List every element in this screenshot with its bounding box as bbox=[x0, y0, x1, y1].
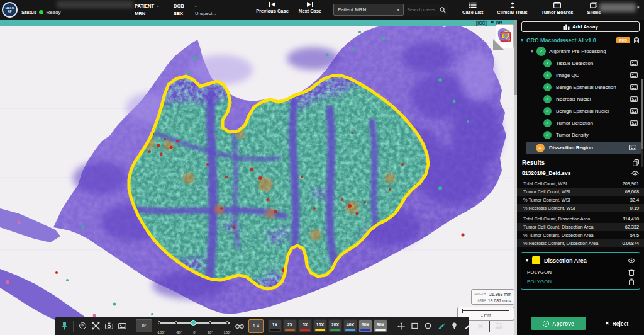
area-value: 19.687 mm² bbox=[488, 298, 511, 303]
mag-40x-button[interactable]: 40X bbox=[343, 319, 357, 332]
pen-tool-button[interactable] bbox=[463, 321, 472, 331]
pan-mode-button[interactable] bbox=[91, 321, 100, 331]
status-value: Ready bbox=[46, 9, 60, 15]
patient-mrn-filter-select[interactable]: Patient MRN ▾ bbox=[333, 4, 404, 16]
polygon-annotation-item[interactable]: POLYGON bbox=[521, 268, 640, 277]
slide-viewer[interactable]: [ICC] ⚑ Off LENGTH 21.963 mm AREA 19.687… bbox=[0, 20, 514, 335]
assay-tree-scrollbar[interactable] bbox=[641, 79, 643, 168]
eye-icon[interactable] bbox=[631, 171, 639, 176]
view-settings-button[interactable] bbox=[494, 321, 503, 331]
help-button[interactable]: ? bbox=[78, 321, 87, 331]
next-case-button[interactable]: Next Case bbox=[292, 2, 328, 14]
previous-case-button[interactable]: Previous Case bbox=[254, 2, 291, 14]
eye-icon[interactable] bbox=[628, 258, 635, 263]
nav-tumor-boards-label: Tumor Boards bbox=[541, 9, 574, 15]
assay-step-tumor-density[interactable]: ✓ Tumor Density bbox=[517, 129, 644, 141]
nav-clinical-trials[interactable]: Clinical Trials bbox=[497, 2, 527, 15]
dissection-region-step-selected[interactable]: − Dissection Region bbox=[526, 142, 641, 154]
rotation-tick bbox=[226, 321, 229, 324]
slide-name-row: 81320109_Deld.svs bbox=[517, 168, 644, 179]
rectangle-tool-button[interactable] bbox=[410, 321, 419, 331]
assay-step-tissue-detection[interactable]: ✓ Tissue Detection bbox=[517, 57, 644, 69]
slide-navigator-thumbnail[interactable] bbox=[496, 24, 514, 48]
assay-header-row[interactable]: ▾ CRC Macrodissect AI v1.0 RUO bbox=[517, 35, 644, 45]
scrollbar-thumb[interactable] bbox=[641, 79, 643, 149]
preprocessing-group-row[interactable]: ▾ ✓ Algorithm Pre-Processing bbox=[517, 45, 644, 57]
chevron-down-icon: ▾ bbox=[397, 8, 399, 12]
skip-next-icon bbox=[307, 2, 313, 7]
nav-tumor-boards[interactable]: Tumor Boards bbox=[541, 2, 574, 15]
layer-image-icon[interactable] bbox=[630, 108, 638, 114]
user-chevron-down-icon[interactable]: ▾ bbox=[637, 5, 640, 10]
user-menu-redacted[interactable] bbox=[599, 3, 636, 12]
add-assay-label: Add Assay bbox=[572, 24, 598, 30]
dissection-area-panel: ▾ Dissection Area POLYGON POLYGON bbox=[521, 252, 640, 290]
approve-button[interactable]: ✓ Approve bbox=[531, 317, 586, 330]
freehand-pen-tool-button[interactable] bbox=[436, 321, 445, 331]
layer-image-icon[interactable] bbox=[630, 96, 638, 102]
status-label: Status bbox=[21, 9, 36, 15]
mrn-label: MRN bbox=[135, 11, 157, 16]
haloap-logo[interactable]: HALO AP bbox=[2, 2, 18, 18]
assay-step-benign-epithelial-detection[interactable]: ✓ Benign Epithelial Detection bbox=[517, 81, 644, 93]
area-label: AREA bbox=[472, 299, 488, 302]
assay-step-image-qc[interactable]: ✓ Image QC bbox=[517, 69, 644, 81]
mag-underline bbox=[300, 329, 310, 331]
mag-5x-button[interactable]: 5X bbox=[298, 319, 312, 332]
layer-image-icon[interactable] bbox=[630, 60, 638, 66]
assay-step-tumor-detection[interactable]: ✓ Tumor Detection bbox=[517, 117, 644, 129]
mag-1x-button[interactable]: 1X bbox=[268, 319, 282, 332]
mag-2x-button[interactable]: 2X bbox=[283, 319, 297, 332]
reject-x-icon: ✖ bbox=[605, 321, 609, 326]
move-annotation-button[interactable] bbox=[397, 321, 406, 331]
mag-underline bbox=[270, 329, 280, 331]
search-cases-input[interactable] bbox=[407, 7, 440, 13]
nav-case-list[interactable]: Case List bbox=[462, 2, 483, 15]
rotation-slider-handle[interactable] bbox=[191, 320, 196, 326]
assay-step-benign-epithelial-nuclei[interactable]: ✓ Benign Epithelial Nuclei bbox=[517, 105, 644, 117]
mag-underline bbox=[285, 329, 295, 331]
preprocessing-chevron-icon[interactable]: ▾ bbox=[531, 49, 533, 54]
search-icon[interactable] bbox=[440, 7, 446, 13]
ellipse-tool-button[interactable] bbox=[423, 321, 432, 331]
add-assay-button[interactable]: Add Assay bbox=[521, 21, 640, 32]
rotation-slider[interactable]: -180° -90° 0° 90° 180° bbox=[157, 317, 231, 335]
mag-60x-button[interactable]: 60X bbox=[358, 319, 372, 332]
rotation-tick bbox=[158, 321, 161, 324]
mrn-filter-value: Patient MRN bbox=[338, 7, 397, 13]
trash-icon[interactable] bbox=[628, 278, 635, 285]
rotation-reset-button[interactable]: 0° bbox=[136, 319, 152, 332]
measurement-readout: LENGTH 21.963 mm AREA 19.687 mm² bbox=[471, 289, 514, 305]
dissection-area-header[interactable]: ▾ Dissection Area bbox=[521, 253, 640, 268]
status-bar: Status Ready bbox=[21, 9, 61, 15]
layer-image-icon[interactable] bbox=[630, 84, 638, 90]
clinical-trials-icon bbox=[509, 2, 516, 8]
stereo-view-button[interactable] bbox=[235, 321, 244, 331]
reject-button[interactable]: ✖ Reject bbox=[605, 321, 628, 327]
layer-image-icon[interactable] bbox=[630, 120, 638, 126]
mag-10x-button[interactable]: 10X bbox=[313, 319, 327, 332]
image-overlay-button[interactable] bbox=[118, 321, 126, 331]
assay-collapse-chevron-icon[interactable]: ▾ bbox=[521, 38, 523, 43]
top-nav: Case List Clinical Trials Tumor Boards bbox=[462, 2, 601, 15]
dissection-area-chevron-icon[interactable]: ▾ bbox=[526, 258, 528, 263]
mag-underline bbox=[360, 329, 370, 331]
camera-icon bbox=[105, 322, 113, 329]
snapshot-button[interactable] bbox=[104, 321, 113, 331]
mag-80x-button[interactable]: 80X bbox=[374, 319, 387, 332]
dissection-area-color-swatch[interactable] bbox=[532, 256, 540, 264]
skip-previous-icon bbox=[269, 2, 275, 7]
mag-20x-button[interactable]: 20X bbox=[328, 319, 342, 332]
polygon-annotation-item-selected[interactable]: POLYGON bbox=[521, 277, 640, 287]
copy-icon[interactable] bbox=[633, 159, 639, 166]
layer-image-icon[interactable] bbox=[629, 145, 636, 150]
delete-annotation-button[interactable] bbox=[476, 321, 485, 331]
slide-canvas[interactable] bbox=[0, 20, 514, 335]
layer-image-icon[interactable] bbox=[630, 72, 638, 78]
pin-marker-tool-button[interactable] bbox=[450, 321, 458, 331]
assay-step-necrosis-nuclei[interactable]: ✓ Necrosis Nuclei bbox=[517, 93, 644, 105]
trash-icon[interactable] bbox=[628, 269, 635, 276]
pin-toolbar-button[interactable] bbox=[60, 321, 69, 331]
viewer-toolbar: ? bbox=[55, 317, 469, 335]
trash-icon[interactable] bbox=[633, 37, 640, 43]
